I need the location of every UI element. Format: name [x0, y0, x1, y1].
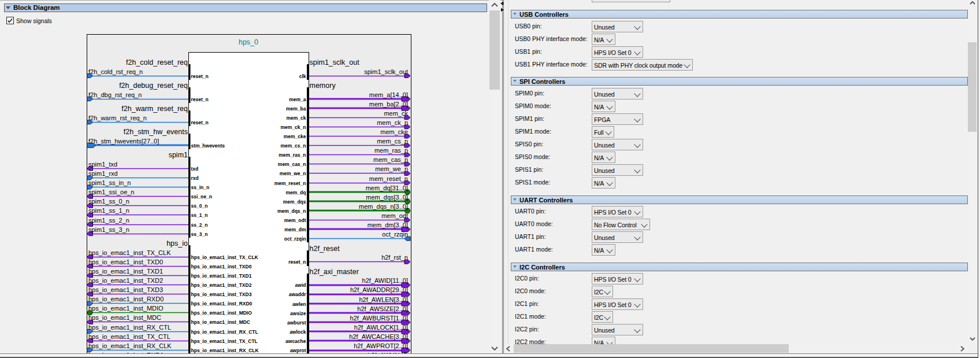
- svg-text:hps_io_emac1_inst_TXD1: hps_io_emac1_inst_TXD1: [88, 268, 163, 275]
- svg-text:awlen: awlen: [292, 301, 306, 307]
- svg-text:hps_io_emac1_inst_RX_CTL: hps_io_emac1_inst_RX_CTL: [191, 329, 258, 335]
- svg-text:awburst: awburst: [287, 320, 306, 326]
- svg-text:mem_we_n: mem_we_n: [280, 171, 306, 176]
- svg-text:f2h_warm_rst_req_n: f2h_warm_rst_req_n: [88, 115, 147, 121]
- svg-text:awlock: awlock: [289, 329, 306, 335]
- svg-text:txd: txd: [191, 166, 199, 172]
- svg-text:hps_io_emac1_inst_MDC: hps_io_emac1_inst_MDC: [88, 314, 161, 321]
- svg-text:spim1_ssi_oe_n: spim1_ssi_oe_n: [88, 189, 135, 195]
- svg-text:ss_in_n: ss_in_n: [191, 184, 210, 190]
- svg-text:hps_io_emac1_inst_TXD1: hps_io_emac1_inst_TXD1: [191, 273, 252, 279]
- svg-text:ss_0_n: ss_0_n: [191, 203, 208, 209]
- svg-text:mem_reset_n: mem_reset_n: [369, 175, 408, 182]
- svg-text:mem_a[14..0]: mem_a[14..0]: [369, 91, 408, 98]
- svg-text:mem_cas_n: mem_cas_n: [373, 156, 408, 163]
- svg-text:mem_dq[31..0]: mem_dq[31..0]: [366, 184, 408, 191]
- svg-text:mem_dqs_n: mem_dqs_n: [277, 208, 306, 214]
- svg-text:f2h_cold_rst_req_n: f2h_cold_rst_req_n: [88, 68, 143, 75]
- svg-text:mem_cs_n: mem_cs_n: [281, 143, 306, 149]
- svg-text:mem_a: mem_a: [289, 97, 306, 102]
- svg-text:h2f_AWCACHE[3..0]: h2f_AWCACHE[3..0]: [349, 333, 408, 340]
- svg-text:hps_io_emac1_inst_TXD2: hps_io_emac1_inst_TXD2: [191, 282, 252, 288]
- svg-text:clk: clk: [299, 73, 306, 79]
- svg-text:hps_io_emac1_inst_TX_CLK: hps_io_emac1_inst_TX_CLK: [88, 249, 171, 256]
- svg-text:hps_io: hps_io: [166, 239, 188, 248]
- svg-text:mem_dqs[3..0]: mem_dqs[3..0]: [366, 194, 408, 201]
- svg-text:hps_io_emac1_inst_RX_CLK: hps_io_emac1_inst_RX_CLK: [191, 348, 259, 353]
- svg-text:mem_ba[2..0]: mem_ba[2..0]: [369, 101, 408, 108]
- svg-text:hps_io_emac1_inst_TX_CLK: hps_io_emac1_inst_TX_CLK: [191, 254, 259, 260]
- svg-text:mem_cs_n: mem_cs_n: [377, 138, 408, 145]
- svg-text:mem_ck_n: mem_ck_n: [377, 119, 408, 126]
- svg-text:h2f_AWID[11..0]: h2f_AWID[11..0]: [362, 277, 408, 284]
- svg-text:f2h_cold_reset_req: f2h_cold_reset_req: [126, 58, 188, 67]
- svg-text:ssi_oe_n: ssi_oe_n: [191, 194, 212, 200]
- svg-text:hps_0: hps_0: [239, 38, 258, 46]
- svg-text:awaddr: awaddr: [289, 291, 306, 297]
- svg-text:mem_ras_n: mem_ras_n: [374, 147, 408, 154]
- svg-text:ss_1_n: ss_1_n: [191, 212, 208, 218]
- svg-text:spim1_txd: spim1_txd: [88, 161, 117, 168]
- svg-text:spim1_ss_in_n: spim1_ss_in_n: [88, 179, 131, 186]
- svg-text:awprot: awprot: [290, 348, 306, 353]
- svg-text:spim1_rxd: spim1_rxd: [88, 170, 118, 177]
- svg-text:rxd: rxd: [191, 175, 199, 181]
- svg-text:hps_io_emac1_inst_RX_CTL: hps_io_emac1_inst_RX_CTL: [88, 324, 171, 331]
- svg-text:h2f_AWPROT[2..0]: h2f_AWPROT[2..0]: [354, 342, 408, 349]
- svg-text:mem_ba: mem_ba: [286, 106, 306, 112]
- svg-text:ss_3_n: ss_3_n: [191, 231, 208, 237]
- svg-text:spim1_ss_2_n: spim1_ss_2_n: [88, 217, 129, 224]
- svg-text:hps_io_emac1_inst_TX_CTL: hps_io_emac1_inst_TX_CTL: [191, 338, 258, 344]
- svg-text:mem_cas_n: mem_cas_n: [278, 161, 306, 167]
- svg-text:hps_io_emac1_inst_MDIO: hps_io_emac1_inst_MDIO: [191, 310, 253, 316]
- svg-text:h2f_AWLOCK[1..0]: h2f_AWLOCK[1..0]: [354, 324, 408, 331]
- svg-text:awsize: awsize: [290, 311, 306, 316]
- svg-text:hps_io_emac1_inst_MDIO: hps_io_emac1_inst_MDIO: [88, 305, 164, 312]
- svg-text:oct_rzqin: oct_rzqin: [382, 231, 408, 238]
- svg-text:mem_cke: mem_cke: [380, 128, 408, 135]
- svg-text:mem_reset_n: mem_reset_n: [274, 180, 306, 186]
- svg-text:mem_ck_n: mem_ck_n: [281, 124, 306, 130]
- svg-text:hps_io_emac1_inst_TX_CTL: hps_io_emac1_inst_TX_CTL: [88, 333, 170, 340]
- svg-text:h2f_AWLEN[3..0]: h2f_AWLEN[3..0]: [359, 296, 408, 303]
- svg-text:hps_io_emac1_inst_MDC: hps_io_emac1_inst_MDC: [191, 319, 251, 325]
- svg-text:spim1_sclk_out: spim1_sclk_out: [310, 58, 360, 67]
- svg-text:h2f_AWADDR[29..0]: h2f_AWADDR[29..0]: [350, 286, 408, 293]
- svg-text:reset_n: reset_n: [191, 120, 209, 126]
- svg-text:h2f_rst_n: h2f_rst_n: [381, 254, 408, 261]
- svg-text:mem_ck: mem_ck: [286, 115, 306, 121]
- svg-text:hps_io_emac1_inst_TXD2: hps_io_emac1_inst_TXD2: [88, 277, 163, 284]
- svg-text:spim1_ss_1_n: spim1_ss_1_n: [88, 207, 129, 214]
- svg-text:hps_io_emac1_inst_RXD0: hps_io_emac1_inst_RXD0: [88, 296, 164, 302]
- svg-text:f2h_debug_reset_req: f2h_debug_reset_req: [119, 82, 188, 90]
- svg-text:mem_dqs_n[3..0]: mem_dqs_n[3..0]: [359, 203, 408, 210]
- svg-text:oct_rzqin: oct_rzqin: [284, 236, 306, 242]
- svg-text:mem_cke: mem_cke: [284, 134, 306, 139]
- svg-text:spim1_sclk_out: spim1_sclk_out: [364, 68, 408, 75]
- svg-text:mem_ck: mem_ck: [384, 110, 408, 117]
- svg-text:reset_n: reset_n: [191, 97, 209, 102]
- svg-text:spim1_ss_3_n: spim1_ss_3_n: [88, 226, 129, 233]
- svg-text:h2f_axi_master: h2f_axi_master: [310, 268, 359, 276]
- svg-text:h2f_AWBURST[1..0]: h2f_AWBURST[1..0]: [350, 315, 408, 322]
- svg-text:hps_io_emac1_inst_TXD3: hps_io_emac1_inst_TXD3: [88, 286, 163, 293]
- svg-text:spim1: spim1: [169, 151, 188, 159]
- svg-text:hps_io_emac1_inst_TXD0: hps_io_emac1_inst_TXD0: [191, 264, 252, 270]
- svg-text:memory: memory: [310, 82, 336, 90]
- svg-text:f2h_stm_hw_events: f2h_stm_hw_events: [124, 128, 188, 136]
- svg-text:mem_dq: mem_dq: [286, 190, 306, 195]
- svg-text:f2h_dbg_rst_req_n: f2h_dbg_rst_req_n: [88, 91, 142, 98]
- svg-text:mem_ras_n: mem_ras_n: [279, 152, 306, 158]
- svg-text:hps_io_emac1_inst_TXD3: hps_io_emac1_inst_TXD3: [191, 291, 252, 297]
- svg-text:h2f_AWSIZE[2..0]: h2f_AWSIZE[2..0]: [357, 305, 408, 312]
- svg-text:hps_io_emac1_inst_TXD0: hps_io_emac1_inst_TXD0: [88, 259, 163, 265]
- svg-text:h2f_reset: h2f_reset: [310, 245, 340, 253]
- svg-text:spim1_ss_0_n: spim1_ss_0_n: [88, 198, 129, 205]
- svg-text:reset_n: reset_n: [288, 259, 306, 265]
- svg-text:hps_io_emac1_inst_RX_CLK: hps_io_emac1_inst_RX_CLK: [88, 342, 172, 349]
- svg-text:mem_dqs: mem_dqs: [283, 199, 306, 205]
- svg-text:awid: awid: [295, 282, 306, 288]
- svg-text:mem_odt: mem_odt: [284, 217, 306, 223]
- svg-text:mem_we_n: mem_we_n: [375, 165, 408, 172]
- svg-text:ss_2_n: ss_2_n: [191, 222, 208, 228]
